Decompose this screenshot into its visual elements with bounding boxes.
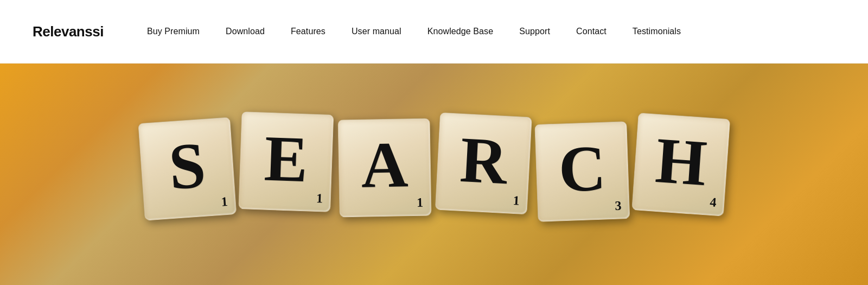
nav-item-user-manual[interactable]: User manual xyxy=(352,27,401,36)
search-tiles: S1E1A1R1C3H4 xyxy=(141,117,727,231)
tile-score-h: 4 xyxy=(710,195,717,210)
nav-item-support[interactable]: Support xyxy=(519,27,550,36)
nav-item-features[interactable]: Features xyxy=(291,27,326,36)
site-logo[interactable]: Relevanssi xyxy=(33,23,104,40)
tile-letter-a: A xyxy=(361,132,409,198)
tile-score-c: 3 xyxy=(615,199,622,213)
tile-score-a: 1 xyxy=(417,195,423,210)
hero-section: S1E1A1R1C3H4 xyxy=(0,64,868,285)
nav-item-buy-premium[interactable]: Buy Premium xyxy=(147,27,200,36)
tile-letter-c: C xyxy=(558,136,607,202)
tile-score-e: 1 xyxy=(316,191,323,206)
tile-score-s: 1 xyxy=(221,194,228,210)
nav-item-download[interactable]: Download xyxy=(226,27,265,36)
main-nav: Buy PremiumDownloadFeaturesUser manualKn… xyxy=(147,27,681,36)
tile-score-r: 1 xyxy=(513,193,520,208)
scrabble-tile-c: C3 xyxy=(534,121,630,222)
nav-item-contact[interactable]: Contact xyxy=(576,27,607,36)
tile-letter-h: H xyxy=(654,128,709,196)
scrabble-tile-a: A1 xyxy=(337,118,431,218)
scrabble-tile-h: H4 xyxy=(631,112,730,216)
tile-letter-s: S xyxy=(167,132,208,200)
scrabble-tile-s: S1 xyxy=(138,117,237,220)
hero-content: S1E1A1R1C3H4 xyxy=(0,64,868,285)
scrabble-tile-r: R1 xyxy=(435,112,532,215)
nav-item-knowledge-base[interactable]: Knowledge Base xyxy=(427,27,494,36)
site-header: Relevanssi Buy PremiumDownloadFeaturesUs… xyxy=(0,0,868,64)
tile-letter-e: E xyxy=(263,126,309,193)
scrabble-tile-e: E1 xyxy=(238,111,334,212)
nav-item-testimonials[interactable]: Testimonials xyxy=(633,27,681,36)
tile-letter-r: R xyxy=(458,127,509,194)
